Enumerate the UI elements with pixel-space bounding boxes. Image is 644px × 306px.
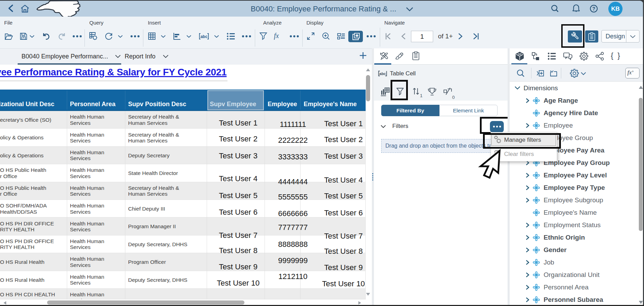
svg-text:abc: abc (379, 72, 386, 76)
svg-text:abc: abc (200, 34, 208, 39)
svg-text:1: 1 (420, 93, 422, 98)
svg-text:0: 0 (452, 95, 455, 100)
svg-text:?: ? (592, 6, 596, 11)
